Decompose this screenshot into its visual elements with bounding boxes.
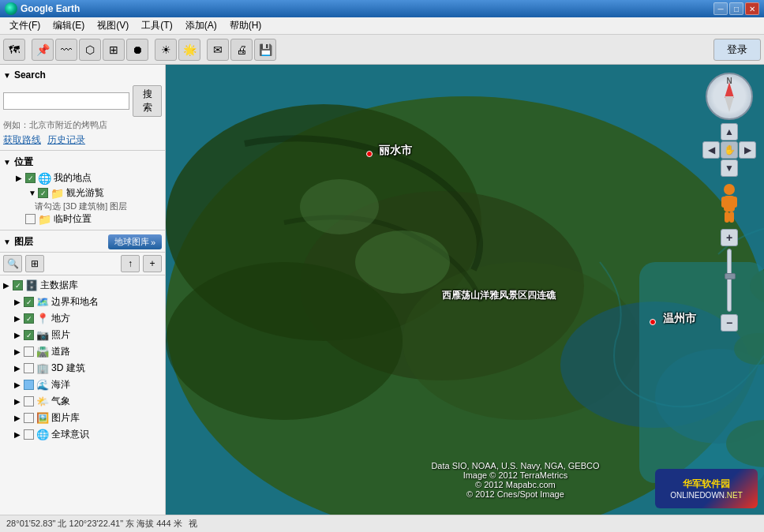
expander-roads: ▶ <box>14 347 24 356</box>
search-button[interactable]: 搜索 <box>133 85 162 117</box>
label-borders: 边界和地名 <box>51 295 99 309</box>
minimize-button[interactable]: ─ <box>713 2 728 15</box>
compass[interactable]: N <box>706 73 753 120</box>
check-ocean[interactable] <box>24 380 34 390</box>
layer-item-ocean[interactable]: ▶ 🌊 海洋 <box>0 377 165 393</box>
check-global[interactable] <box>24 429 34 440</box>
tb-pin-btn[interactable]: 📌 <box>32 39 54 61</box>
nav-down-btn[interactable]: ▼ <box>721 159 738 177</box>
nav-up-btn[interactable]: ▲ <box>721 123 738 140</box>
check-roads[interactable] <box>24 347 34 357</box>
zoom-out-btn[interactable]: − <box>721 314 738 332</box>
menu-help[interactable]: 帮助(H) <box>223 17 268 34</box>
nav-center-btn[interactable]: ✋ <box>721 141 738 159</box>
app-title: Google Earth <box>21 3 713 14</box>
nav-left-btn[interactable]: ◀ <box>702 141 720 159</box>
street-view-person[interactable] <box>717 183 741 223</box>
layer-item-borders[interactable]: ▶ ✓ 🗺️ 边界和地名 <box>0 294 165 310</box>
layer-item-roads[interactable]: ▶ 🛣️ 道路 <box>0 343 165 360</box>
history-link[interactable]: 历史记录 <box>47 133 85 147</box>
maximize-button[interactable]: □ <box>729 2 743 15</box>
tb-record-btn[interactable]: ⏺ <box>126 39 148 61</box>
tour-check[interactable]: ✓ <box>38 188 48 198</box>
my-places-item[interactable]: ▶ ✓ 🌐 我的地点 <box>3 170 162 185</box>
login-button[interactable]: 登录 <box>713 39 761 61</box>
zoom-slider-track[interactable] <box>727 249 732 312</box>
tb-polygon-btn[interactable]: ⬡ <box>79 39 101 61</box>
layer-item-places[interactable]: ▶ ✓ 📍 地方 <box>0 310 165 327</box>
coordinates-display: 28°01'52.83" 北 120°23'22.41" 东 海拔 444 米 <box>6 518 182 530</box>
check-buildings3d[interactable] <box>24 363 34 373</box>
menu-file[interactable]: 文件(F) <box>3 17 47 34</box>
tb-sun-btn[interactable]: ☀ <box>155 39 177 61</box>
layer-item-main_db[interactable]: ▶ ✓ 🗄️ 主数据库 <box>0 277 165 294</box>
layer-item-weather[interactable]: ▶ 🌤️ 气象 <box>0 393 165 410</box>
search-row: 搜索 <box>3 85 162 117</box>
check-weather[interactable] <box>24 396 34 406</box>
lishui-dot <box>366 151 373 157</box>
tb-overlay-btn[interactable]: ⊞ <box>103 39 125 61</box>
menu-bar: 文件(F) 编辑(E) 视图(V) 工具(T) 添加(A) 帮助(H) <box>0 17 764 35</box>
map-area[interactable]: 丽水市 温州市 西雁荡山洋雅风景区四连礁 Data SIO, NOAA, U.S… <box>166 65 764 515</box>
search-input[interactable] <box>3 92 129 110</box>
layers-section-header[interactable]: ▼ 图层 <box>3 234 33 250</box>
svg-point-4 <box>166 262 403 420</box>
menu-view[interactable]: 视图(V) <box>91 17 135 34</box>
layers-triangle: ▼ <box>3 238 11 246</box>
position-header[interactable]: ▼ 位置 <box>3 154 162 170</box>
check-main_db[interactable]: ✓ <box>13 280 23 290</box>
search-section: ▼ Search 搜索 例如：北京市附近的烤鸭店 获取路线 历史记录 <box>0 65 165 151</box>
layers-add-btn[interactable]: + <box>143 255 162 272</box>
nav-empty-br <box>739 159 756 177</box>
check-gallery[interactable] <box>24 413 34 423</box>
icon-weather: 🌤️ <box>36 395 49 408</box>
menu-add[interactable]: 添加(A) <box>179 17 223 34</box>
window-controls: ─ □ ✕ <box>713 2 759 15</box>
tb-print-btn[interactable]: 🖨 <box>230 39 253 61</box>
search-header[interactable]: ▼ Search <box>3 68 162 82</box>
layer-item-global[interactable]: ▶ 🌐 全球意识 <box>0 426 165 443</box>
app-icon <box>5 2 17 15</box>
layer-item-buildings3d[interactable]: ▶ 🏢 3D 建筑 <box>0 360 165 377</box>
layer-item-photos[interactable]: ▶ ✓ 📷 照片 <box>0 327 165 343</box>
check-places[interactable]: ✓ <box>24 313 34 324</box>
menu-edit[interactable]: 编辑(E) <box>47 17 91 34</box>
zoom-slider-thumb[interactable] <box>725 273 736 279</box>
check-photos[interactable]: ✓ <box>24 330 34 340</box>
title-bar: Google Earth ─ □ ✕ <box>0 0 764 17</box>
label-main_db: 主数据库 <box>40 279 78 292</box>
expander-buildings3d: ▶ <box>14 364 24 373</box>
menu-tools[interactable]: 工具(T) <box>135 17 178 34</box>
close-button[interactable]: ✕ <box>745 2 759 15</box>
search-links: 获取路线 历史记录 <box>3 133 162 147</box>
layer-item-gallery[interactable]: ▶ 🖼️ 图片库 <box>0 410 165 426</box>
tb-map-btn[interactable]: 🗺 <box>3 39 25 61</box>
svg-rect-19 <box>721 197 728 208</box>
watermark-bottom: ONLINEDOWN <box>670 491 725 500</box>
label-photos: 照片 <box>51 328 70 342</box>
tb-email-btn[interactable]: ✉ <box>207 39 229 61</box>
check-borders[interactable]: ✓ <box>24 297 34 307</box>
svg-rect-22 <box>729 212 734 223</box>
tb-path-btn[interactable]: 〰 <box>55 39 77 61</box>
svg-point-15 <box>355 230 450 294</box>
status-bar: 28°01'52.83" 北 120°23'22.41" 东 海拔 444 米 … <box>0 515 764 532</box>
tb-save-btn[interactable]: 💾 <box>254 39 276 61</box>
earth-lib-button[interactable]: 地球图库 » <box>108 234 162 249</box>
get-route-link[interactable]: 获取路线 <box>3 133 41 147</box>
zoom-in-btn[interactable]: + <box>721 229 738 246</box>
temp-location-item[interactable]: 📁 临时位置 <box>3 212 162 227</box>
layers-grid-btn[interactable]: ⊞ <box>25 255 44 272</box>
tour-item[interactable]: ▼ ✓ 📁 観光游覧 <box>3 185 162 200</box>
my-places-check[interactable]: ✓ <box>25 173 36 183</box>
icon-main_db: 🗄️ <box>25 279 38 292</box>
layers-search-btn[interactable]: 🔍 <box>3 255 22 272</box>
temp-check[interactable] <box>25 214 36 224</box>
tb-sky-btn[interactable]: 🌟 <box>178 39 200 61</box>
layers-up-btn[interactable]: ↑ <box>121 255 140 272</box>
svg-rect-20 <box>731 197 737 208</box>
watermark: 华军软件园 ONLINEDOWN .NET <box>655 469 758 508</box>
expander-tour-icon: ▼ <box>28 189 38 197</box>
nav-arrows: ▲ ◀ ✋ ▶ ▼ <box>702 123 756 177</box>
nav-right-btn[interactable]: ▶ <box>739 141 756 159</box>
